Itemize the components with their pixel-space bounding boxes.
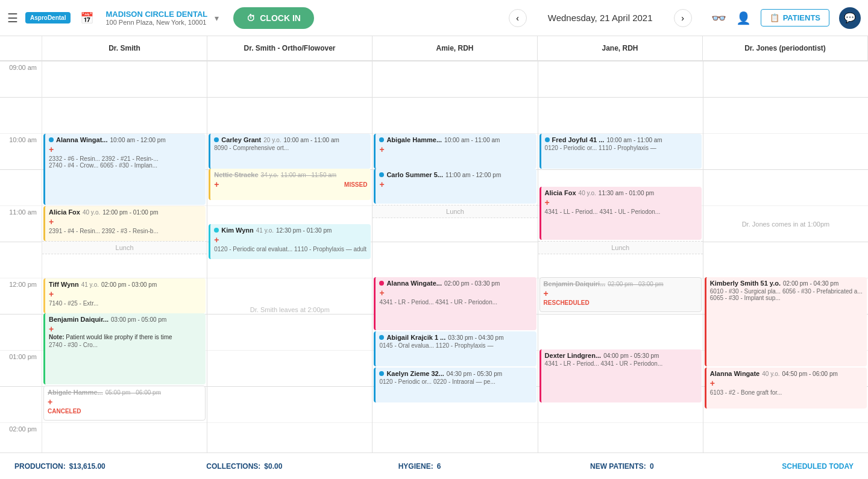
add-plus[interactable]: + (214, 180, 219, 189)
appt-dot (545, 137, 550, 142)
appt-alanna-wingate-c2[interactable]: Alanna Wingate... 02:00 pm - 03:30 pm + … (374, 277, 536, 330)
bg-200 (42, 423, 207, 452)
appt-alicia-fox-c3[interactable]: Alicia Fox 40 y.o. 11:30 am - 01:00 pm +… (539, 187, 702, 240)
clock-in-button[interactable]: ⏱ CLOCK IN (233, 7, 314, 29)
appt-carlo-summer[interactable]: Carlo Summer 5... 11:00 am - 12:00 pm + (374, 169, 536, 204)
appt-name: Nettie Stracke (214, 171, 258, 178)
appt-dexter-lindgren[interactable]: Dexter Lindgren... 04:00 pm - 05:30 pm 4… (539, 349, 702, 402)
add-plus[interactable]: + (545, 198, 550, 207)
lunch-col2: Lunch (373, 205, 537, 218)
provider-header-jane: Jane, RDH (538, 36, 703, 60)
appt-dot (379, 371, 384, 376)
appt-age: 41 y.o. (81, 281, 99, 288)
col-dr-jones: Dr. Jones comes in at 1:00pm Kimberly Sm… (703, 61, 868, 452)
clinic-name: MADISON CIRCLE DENTAL (105, 10, 207, 19)
appt-time: 03:30 pm - 04:30 pm (448, 334, 503, 341)
appt-kaelyn-zieme[interactable]: Kaelyn Zieme 32... 04:30 pm - 05:30 pm 0… (374, 368, 536, 402)
prev-date-button[interactable]: ‹ (509, 9, 527, 27)
appt-time: 11:00 am - 11:50 am (281, 172, 336, 178)
appt-time: 12:30 pm - 01:30 pm (276, 227, 332, 234)
add-plus[interactable]: + (379, 180, 384, 189)
appt-carley-grant[interactable]: Carley Grant 20 y.o. 10:00 am - 11:00 am… (209, 134, 371, 169)
glasses-icon[interactable]: 👓 (711, 11, 726, 25)
appt-dot (214, 137, 219, 142)
col-jane-rdh: Fred Joyful 41 ... 10:00 am - 11:00 am 0… (538, 61, 703, 452)
appt-name: Alicia Fox (545, 189, 576, 196)
rescheduled-badge: RESCHEDULED (544, 299, 590, 306)
appt-name: Alicia Fox (49, 208, 80, 216)
appt-name: Abigale Hamme... (386, 136, 442, 143)
header: ☰ AsproDental 📅 MADISON CIRCLE DENTAL 10… (0, 0, 868, 36)
appt-fred-joyful[interactable]: Fred Joyful 41 ... 10:00 am - 11:00 am 0… (539, 134, 702, 169)
footer-new-patients: NEW PATIENTS: 0 (590, 462, 782, 471)
appt-alicia-fox-col0[interactable]: Alicia Fox 40 y.o. 12:00 pm - 01:00 pm +… (43, 206, 206, 241)
appt-name: Benjamin Daiquiri... (544, 280, 606, 287)
add-plus[interactable]: + (49, 217, 54, 227)
next-date-button[interactable]: › (674, 9, 692, 27)
add-plus[interactable]: + (544, 289, 549, 298)
canceled-badge: CANCELED (48, 408, 81, 415)
date-navigation: ‹ Wednesday, 21 April 2021 › (509, 9, 692, 27)
appt-name: Carley Grant (221, 136, 261, 143)
appt-nettie-stracke[interactable]: Nettie Stracke 34 y.o. 11:00 am - 11:50 … (209, 169, 371, 200)
time-100: 01:00 pm (0, 351, 42, 387)
appt-dot (379, 172, 384, 177)
add-plus[interactable]: + (49, 289, 54, 299)
time-header (0, 36, 42, 60)
time-column: 09:00 am 10:00 am 11:00 am 12:00 pm 01:0… (0, 61, 42, 452)
appt-tiff-wynn[interactable]: Tiff Wynn 41 y.o. 02:00 pm - 03:00 pm + … (43, 278, 206, 313)
appt-benjamin-col0[interactable]: Benjamin Daiquir... 03:00 pm - 05:00 pm … (43, 313, 206, 384)
appt-abigale-hamme-c2[interactable]: Abigale Hamme... 10:00 am - 11:00 am + (374, 134, 536, 169)
appt-codes: 2332 - #6 - Resin... 2392 - #21 - Resin-… (49, 155, 202, 169)
clinic-dropdown-icon[interactable]: ▾ (215, 13, 219, 23)
appt-name: Dexter Lindgren... (545, 352, 602, 359)
appt-codes: 4341 - LR - Period... 4341 - UR - Period… (545, 360, 698, 367)
add-plus[interactable]: + (214, 235, 219, 245)
appt-abigail-krajcik[interactable]: Abigail Krajcik 1 ... 03:30 pm - 04:30 p… (374, 331, 536, 366)
lunch-col3: Lunch (538, 241, 703, 254)
person-icon[interactable]: 👤 (736, 11, 751, 25)
appt-time: 04:00 pm - 05:30 pm (603, 352, 659, 359)
patients-button[interactable]: 📋 PATIENTS (761, 9, 829, 27)
provider-header-dr-smith-ortho: Dr. Smith - Ortho/Flowover (207, 36, 373, 60)
calendar-body: 09:00 am 10:00 am 11:00 am 12:00 pm 01:0… (0, 61, 868, 452)
hamburger-icon[interactable]: ☰ (7, 11, 18, 25)
add-plus[interactable]: + (379, 288, 384, 298)
appt-dot (379, 137, 384, 142)
appt-name: Fred Joyful 41 ... (552, 136, 605, 143)
appt-kimberly-smith[interactable]: Kimberly Smith 51 y.o. 02:00 pm - 04:30 … (705, 277, 867, 366)
add-plus[interactable]: + (379, 145, 384, 154)
provider-note-smith-leaves: Dr. Smith leaves at 2:00pm (207, 296, 372, 417)
appt-codes: 0120 - Periodic oral evaluat... 1110 - P… (214, 246, 367, 252)
appt-kim-wynn[interactable]: Kim Wynn 41 y.o. 12:30 pm - 01:30 pm + 0… (209, 224, 371, 259)
appt-name: Kaelyn Zieme 32... (386, 370, 444, 377)
provider-header-dr-jones: Dr. Jones (periodontist) (703, 36, 868, 60)
scheduled-today-button[interactable]: SCHEDULED TODAY (782, 462, 854, 471)
appt-time: 05:00 pm - 06:00 pm (105, 389, 161, 396)
appt-codes: 2740 - #30 - Cro... (49, 342, 202, 348)
appt-dot (379, 281, 384, 286)
appt-age: 41 y.o. (256, 227, 274, 234)
appt-name: Benjamin Daiquir... (49, 316, 108, 323)
appt-alanna-wingate-c4[interactable]: Alanna Wingate 40 y.o. 04:50 pm - 06:00 … (705, 368, 867, 409)
time-1000: 10:00 am (0, 134, 42, 170)
appt-age: 20 y.o. (263, 137, 281, 143)
app-logo: AsproDental (25, 12, 71, 23)
appt-abigale-canceled[interactable]: Abigale Hamme... 05:00 pm - 06:00 pm + C… (43, 386, 206, 421)
hygiene-label: HYGIENE: (398, 462, 433, 471)
appt-codes: 6103 - #2 - Bone graft for... (710, 389, 863, 396)
appt-name: Kim Wynn (221, 227, 254, 234)
calendar-icon: 📅 (80, 11, 93, 25)
appt-benjamin-rescheduled[interactable]: Benjamin Daiquiri... 02:00 pm - 03:00 pm… (539, 277, 702, 312)
appt-time: 11:00 am - 12:00 pm (445, 172, 501, 178)
appt-time: 10:00 am - 11:00 am (444, 137, 500, 143)
user-avatar[interactable]: 💬 (839, 7, 861, 29)
appt-alanna-wingat[interactable]: Alanna Wingat... 10:00 am - 12:00 pm + 2… (43, 134, 206, 205)
add-plus[interactable]: + (48, 397, 52, 407)
appt-codes: 4341 - LR - Period... 4341 - UR - Period… (379, 299, 532, 305)
add-plus[interactable]: + (710, 378, 715, 388)
add-plus[interactable]: + (49, 324, 54, 334)
lunch-col0: Lunch (42, 241, 207, 254)
add-plus[interactable]: + (49, 145, 54, 154)
collections-label: COLLECTIONS: (206, 462, 260, 471)
